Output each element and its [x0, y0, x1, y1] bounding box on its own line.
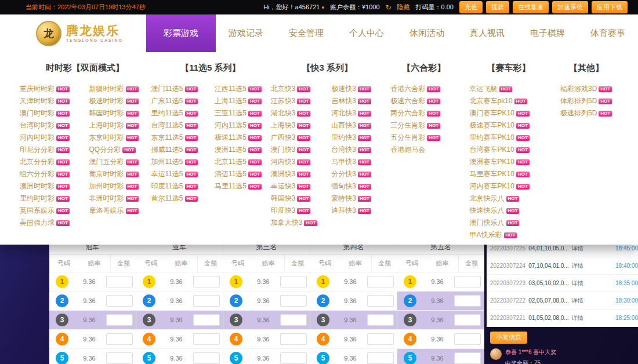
- amount-input[interactable]: [454, 314, 481, 326]
- lottery-link[interactable]: 台湾快3HOT: [331, 145, 384, 155]
- amount-input[interactable]: [193, 276, 220, 287]
- lottery-link[interactable]: 香港六合彩HOT: [390, 84, 463, 94]
- topbar-button[interactable]: 提款: [486, 1, 509, 13]
- lottery-link[interactable]: 韩国时时彩HOT: [89, 108, 151, 118]
- bet-row[interactable]: 5 9.36: [49, 349, 136, 364]
- bet-row[interactable]: 4 9.36: [223, 330, 310, 349]
- lottery-link[interactable]: 广东11选5HOT: [151, 96, 206, 106]
- bet-row[interactable]: 5 9.36: [223, 349, 310, 364]
- lottery-link[interactable]: 幸运飞艇HOT: [470, 84, 554, 94]
- lottery-link[interactable]: 缅甸快3HOT: [331, 181, 384, 191]
- bet-row[interactable]: 3 9.36: [136, 311, 223, 330]
- detail-link[interactable]: 详情: [572, 262, 583, 270]
- lottery-link[interactable]: 澳门快乐八HOT: [470, 218, 554, 228]
- bet-row[interactable]: 4 9.36: [310, 330, 397, 349]
- lottery-link[interactable]: 体彩排列5DHOT: [560, 96, 618, 106]
- amount-input[interactable]: [280, 295, 307, 307]
- amount-input[interactable]: [106, 352, 133, 364]
- user-greeting[interactable]: Hi，您好！a456721 ▾: [263, 3, 324, 12]
- amount-input[interactable]: [454, 352, 481, 364]
- lottery-link[interactable]: QQ分分彩HOT: [89, 145, 151, 155]
- lottery-link[interactable]: 马里11选5HOT: [215, 181, 270, 191]
- nav-item[interactable]: 真人视讯: [457, 14, 517, 52]
- bet-row[interactable]: 1 9.36: [310, 272, 397, 292]
- amount-input[interactable]: [193, 295, 220, 307]
- lottery-link[interactable]: 北京11选5HOT: [215, 157, 270, 167]
- bet-row[interactable]: 5 9.36: [397, 349, 484, 364]
- lottery-link[interactable]: 极速赛车PK10HOT: [470, 121, 554, 130]
- topbar-button[interactable]: 加速系统: [552, 1, 588, 13]
- lottery-link[interactable]: 吉林快3HOT: [331, 96, 384, 106]
- lottery-link[interactable]: 台湾11选5HOT: [151, 121, 206, 130]
- lottery-link[interactable]: 组六分分彩HOT: [20, 169, 81, 179]
- lottery-link[interactable]: 马里赛车PK10HOT: [470, 169, 554, 179]
- nav-item[interactable]: 彩票游戏: [146, 14, 216, 52]
- lottery-link[interactable]: 澳洲快3HOT: [271, 169, 324, 179]
- amount-input[interactable]: [280, 314, 307, 326]
- lottery-link[interactable]: 三亚11选5HOT: [215, 108, 270, 118]
- lottery-link[interactable]: 天津时时彩HOT: [20, 96, 81, 106]
- bet-row[interactable]: 3 9.36: [310, 311, 397, 330]
- lottery-link[interactable]: 重庆时时彩HOT: [20, 84, 81, 94]
- lottery-link[interactable]: 加州时时彩HOT: [89, 181, 151, 191]
- lottery-link[interactable]: 幸运11选5HOT: [151, 169, 206, 179]
- amount-input[interactable]: [367, 314, 394, 326]
- nav-item[interactable]: 电子棋牌: [517, 14, 578, 52]
- lottery-link[interactable]: 迪拜快3HOT: [331, 206, 384, 216]
- lottery-link[interactable]: 印度快3HOT: [271, 206, 324, 216]
- lottery-link[interactable]: 福彩游戏3DHOT: [560, 84, 618, 94]
- lottery-link[interactable]: 澳门时时彩HOT: [20, 108, 81, 118]
- amount-input[interactable]: [454, 333, 481, 345]
- lottery-link[interactable]: 印度11选5HOT: [151, 181, 206, 191]
- bet-row[interactable]: 1 9.36: [397, 272, 484, 292]
- bet-row[interactable]: 4 9.36: [49, 330, 136, 349]
- bet-row[interactable]: 3 9.36: [223, 311, 310, 330]
- nav-item[interactable]: 休闲活动: [397, 14, 457, 52]
- bet-row[interactable]: 3 9.36: [397, 311, 484, 330]
- detail-link[interactable]: 详情: [572, 314, 583, 322]
- nav-item[interactable]: 游戏记录: [216, 14, 276, 52]
- topbar-button[interactable]: 充值: [459, 1, 483, 13]
- topbar-button[interactable]: 应用下载: [592, 1, 628, 13]
- lottery-link[interactable]: 澳洲赛车PK10HOT: [470, 157, 554, 167]
- lottery-link[interactable]: 澳门赛车PK10HOT: [470, 108, 554, 118]
- detail-link[interactable]: 详情: [572, 297, 583, 305]
- lottery-link[interactable]: 上海11选5HOT: [215, 96, 270, 106]
- lottery-link[interactable]: 台湾赛车PK10HOT: [470, 145, 554, 155]
- amount-input[interactable]: [106, 314, 133, 326]
- lottery-link[interactable]: 两分六合彩HOT: [390, 108, 463, 118]
- lottery-link[interactable]: 加州11选5HOT: [151, 157, 206, 167]
- lottery-link[interactable]: 北京快3HOT: [271, 84, 324, 94]
- amount-input[interactable]: [193, 352, 220, 364]
- lottery-link[interactable]: 河内赛车PK10HOT: [470, 181, 554, 191]
- refresh-icon[interactable]: ↻: [386, 3, 392, 12]
- lottery-link[interactable]: 英国系娱乐HOT: [20, 206, 81, 216]
- logo[interactable]: 龙 腾龙娱乐 TENGLONG CASINO: [36, 21, 146, 46]
- lottery-link[interactable]: 幸运快3HOT: [271, 181, 324, 191]
- lottery-link[interactable]: 极速六合彩HOT: [390, 96, 463, 106]
- bet-row[interactable]: 1 9.36: [223, 272, 310, 292]
- lottery-link[interactable]: 北京分分彩HOT: [20, 157, 81, 167]
- lottery-link[interactable]: 香港跑马会: [390, 145, 463, 155]
- lottery-link[interactable]: 挪威11选5HOT: [151, 145, 206, 155]
- lottery-link[interactable]: 澳门快3HOT: [271, 145, 324, 155]
- lottery-link[interactable]: 河内11选5HOT: [215, 121, 270, 130]
- lottery-link[interactable]: 北京快乐八HOT: [470, 194, 554, 203]
- bet-row[interactable]: 5 9.36: [136, 349, 223, 364]
- lottery-link[interactable]: 极速11选5HOT: [215, 133, 270, 143]
- lottery-link[interactable]: 非洲时时彩HOT: [89, 194, 151, 203]
- lottery-link[interactable]: 葡京时时彩HOT: [89, 169, 151, 179]
- hide-balance-toggle[interactable]: 隐藏: [397, 3, 410, 12]
- lottery-link[interactable]: 蒙特快3HOT: [331, 194, 384, 203]
- lottery-link[interactable]: 清迈11选5HOT: [215, 169, 270, 179]
- lottery-link[interactable]: 河内快3HOT: [271, 157, 324, 167]
- lottery-link[interactable]: 江西11选5HOT: [215, 84, 270, 94]
- bet-row[interactable]: 1 9.36: [49, 272, 136, 292]
- lottery-link[interactable]: 分分快3HOT: [331, 169, 384, 179]
- lottery-link[interactable]: 快速快乐八HOT: [470, 206, 554, 216]
- lottery-link[interactable]: 澳门11选5HOT: [151, 84, 206, 94]
- amount-input[interactable]: [454, 276, 481, 287]
- bet-row[interactable]: 2 9.36: [223, 292, 310, 311]
- bet-row[interactable]: 5 9.36: [310, 349, 397, 364]
- lottery-link[interactable]: 极速时时彩HOT: [89, 96, 151, 106]
